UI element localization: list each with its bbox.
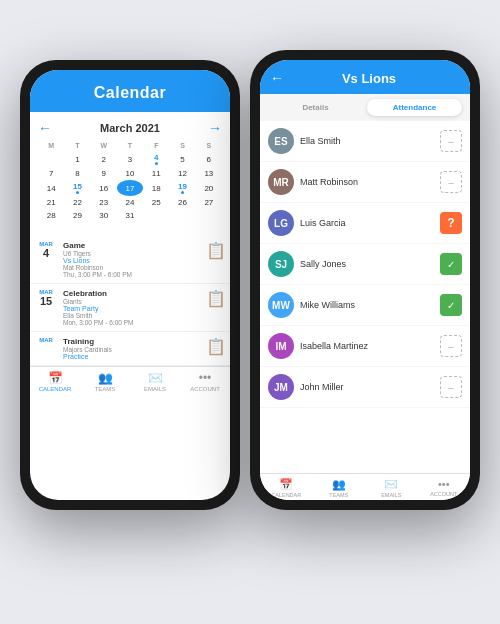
calendar-day[interactable]: 19 bbox=[169, 180, 195, 196]
calendar-day[interactable]: 14 bbox=[38, 180, 64, 196]
weekdays-row: MTWTFSS bbox=[38, 140, 222, 151]
attendee-row: MR Matt Robinson – bbox=[260, 162, 470, 203]
calendar-day[interactable]: 23 bbox=[91, 196, 117, 209]
calendar-day[interactable]: 27 bbox=[196, 196, 222, 209]
calendar-day[interactable]: 24 bbox=[117, 196, 143, 209]
calendar-day[interactable]: 8 bbox=[64, 167, 90, 180]
event-icon: 📋 bbox=[206, 241, 226, 260]
calendar-day[interactable]: 22 bbox=[64, 196, 90, 209]
status-empty[interactable]: – bbox=[440, 376, 462, 398]
week-row: 14151617181920 bbox=[38, 180, 222, 196]
calendar-day[interactable]: 16 bbox=[91, 180, 117, 196]
att-nav-label: TEAMS bbox=[329, 492, 348, 498]
calendar-day[interactable]: 13 bbox=[196, 167, 222, 180]
calendar-day[interactable]: 9 bbox=[91, 167, 117, 180]
event-item[interactable]: MAR 4 Game U6 Tigers Vs Lions Mat Robins… bbox=[30, 236, 230, 284]
calendar-day[interactable]: 17 bbox=[117, 180, 143, 196]
weekday-label: T bbox=[117, 140, 143, 151]
calendar-day bbox=[143, 209, 169, 222]
attendee-name: Ella Smith bbox=[300, 136, 434, 146]
att-nav-item-teams[interactable]: 👥 TEAMS bbox=[313, 478, 366, 498]
event-day: 15 bbox=[40, 295, 52, 307]
calendar-day[interactable]: 10 bbox=[117, 167, 143, 180]
calendar-day[interactable]: 26 bbox=[169, 196, 195, 209]
calendar-day[interactable]: 4 bbox=[143, 151, 169, 167]
attendee-name: John Miller bbox=[300, 382, 434, 392]
attendee-row: JM John Miller – bbox=[260, 367, 470, 408]
tab-attendance[interactable]: Attendance bbox=[367, 99, 462, 116]
next-month-button[interactable]: → bbox=[208, 120, 222, 136]
event-item[interactable]: MAR Training Majors Cardinals Practice 📋 bbox=[30, 332, 230, 366]
weekday-label: M bbox=[38, 140, 64, 151]
attendee-name: Mike Williams bbox=[300, 300, 434, 310]
calendar-day[interactable]: 21 bbox=[38, 196, 64, 209]
attendee-avatar: MW bbox=[268, 292, 294, 318]
event-item[interactable]: MAR 15 Celebration Giants Team Party Ell… bbox=[30, 284, 230, 332]
att-nav-item-calendar[interactable]: 📅 CALENDAR bbox=[260, 478, 313, 498]
calendar-day[interactable]: 2 bbox=[91, 151, 117, 167]
status-question[interactable]: ? bbox=[440, 212, 462, 234]
week-row: 123456 bbox=[38, 151, 222, 167]
calendar-day[interactable]: 1 bbox=[64, 151, 90, 167]
attendee-name: Isabella Martinez bbox=[300, 341, 434, 351]
event-link[interactable]: Vs Lions bbox=[63, 257, 201, 264]
calendar-day[interactable]: 15 bbox=[64, 180, 90, 196]
calendar-day[interactable]: 18 bbox=[143, 180, 169, 196]
weekday-label: T bbox=[64, 140, 90, 151]
attendee-row: SJ Sally Jones ✓ bbox=[260, 244, 470, 285]
calendar-day[interactable]: 31 bbox=[117, 209, 143, 222]
calendar-day[interactable]: 12 bbox=[169, 167, 195, 180]
week-row: 78910111213 bbox=[38, 167, 222, 180]
event-icon: 📋 bbox=[206, 337, 226, 356]
event-date: MAR bbox=[34, 337, 58, 343]
calendar-day[interactable]: 3 bbox=[117, 151, 143, 167]
att-nav-item-account[interactable]: ••• ACCOUNT bbox=[418, 478, 471, 498]
nav-item-calendar[interactable]: 📅 CALENDAR bbox=[30, 371, 80, 392]
calendar-day bbox=[196, 209, 222, 222]
attendee-avatar: SJ bbox=[268, 251, 294, 277]
event-title: Celebration bbox=[63, 289, 201, 298]
calendar-day[interactable]: 30 bbox=[91, 209, 117, 222]
nav-icon: ••• bbox=[199, 371, 212, 385]
prev-month-button[interactable]: ← bbox=[38, 120, 52, 136]
att-nav-item-emails[interactable]: ✉️ EMAILS bbox=[365, 478, 418, 498]
events-list: MAR 4 Game U6 Tigers Vs Lions Mat Robins… bbox=[30, 236, 230, 366]
calendar-day[interactable]: 7 bbox=[38, 167, 64, 180]
status-empty[interactable]: – bbox=[440, 130, 462, 152]
calendar-day[interactable]: 5 bbox=[169, 151, 195, 167]
event-date: MAR 4 bbox=[34, 241, 58, 259]
calendar-day[interactable]: 6 bbox=[196, 151, 222, 167]
status-check[interactable]: ✓ bbox=[440, 294, 462, 316]
attendee-name: Sally Jones bbox=[300, 259, 434, 269]
nav-item-account[interactable]: ••• ACCOUNT bbox=[180, 371, 230, 392]
attendee-avatar: MR bbox=[268, 169, 294, 195]
status-empty[interactable]: – bbox=[440, 335, 462, 357]
status-empty[interactable]: – bbox=[440, 171, 462, 193]
event-title: Game bbox=[63, 241, 201, 250]
calendar-title: Calendar bbox=[94, 84, 166, 101]
attendance-tabs: Details Attendance bbox=[260, 94, 470, 121]
attendee-row: ES Ella Smith – bbox=[260, 121, 470, 162]
att-nav-icon: ✉️ bbox=[384, 478, 398, 491]
event-subtitle: Majors Cardinals bbox=[63, 346, 201, 353]
status-check[interactable]: ✓ bbox=[440, 253, 462, 275]
event-time: Mon, 3:00 PM - 6:00 PM bbox=[63, 319, 201, 326]
calendar-day[interactable]: 29 bbox=[64, 209, 90, 222]
nav-item-emails[interactable]: ✉️ EMAILS bbox=[130, 371, 180, 392]
tab-details[interactable]: Details bbox=[268, 99, 363, 116]
event-info: Game U6 Tigers Vs Lions Mat Robinson Thu… bbox=[63, 241, 201, 278]
att-nav-icon: 📅 bbox=[279, 478, 293, 491]
calendar-day[interactable]: 25 bbox=[143, 196, 169, 209]
calendar-day[interactable]: 11 bbox=[143, 167, 169, 180]
event-link[interactable]: Practice bbox=[63, 353, 201, 360]
event-link[interactable]: Team Party bbox=[63, 305, 201, 312]
nav-item-teams[interactable]: 👥 TEAMS bbox=[80, 371, 130, 392]
nav-label: CALENDAR bbox=[39, 386, 72, 392]
calendar-day[interactable]: 20 bbox=[196, 180, 222, 196]
back-button[interactable]: ← bbox=[270, 70, 284, 86]
event-month: MAR bbox=[39, 337, 53, 343]
nav-icon: 👥 bbox=[98, 371, 113, 385]
calendar-day[interactable]: 28 bbox=[38, 209, 64, 222]
attendee-row: IM Isabella Martinez – bbox=[260, 326, 470, 367]
attendance-title: Vs Lions bbox=[292, 71, 460, 86]
